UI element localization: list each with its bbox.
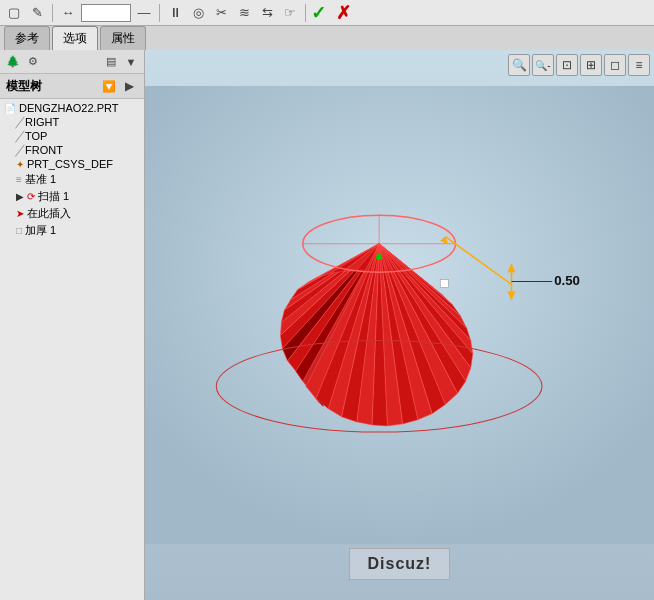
vp-zoom-out[interactable]: 🔍- [532,54,554,76]
icon-wavy[interactable]: ≋ [234,3,254,23]
icon-scissors[interactable]: ✂ [211,3,231,23]
separator-3 [305,4,306,22]
tree-item-insert-here[interactable]: ➤ 在此插入 [12,205,144,222]
tab-options[interactable]: 选项 [52,26,98,50]
tree-item-label-datum: 基准 1 [25,172,56,187]
icon-pause[interactable]: ⏸ [165,3,185,23]
left-panel-toolbar: 🌲 ⚙ ▤ ▼ [0,50,144,74]
tree-icon-csys: ✦ [16,159,24,170]
icon-circle[interactable]: ◎ [188,3,208,23]
tree-item-label-right: RIGHT [25,116,59,128]
watermark: Discuz! [349,548,451,580]
panel-icon-expand[interactable]: ▤ [102,53,120,71]
vp-grid[interactable]: ⊞ [580,54,602,76]
tree-item-right[interactable]: ╱ RIGHT [12,115,144,129]
tree-item-label-front: FRONT [25,144,63,156]
tree-icon-right: ╱ [16,117,22,128]
model-tree-header: 模型树 🔽 ▶ [0,74,144,99]
cancel-button[interactable]: ✗ [336,2,351,24]
tree-icon-datum: ≡ [16,174,22,185]
vp-menu[interactable]: ≡ [628,54,650,76]
tab-reference[interactable]: 参考 [4,26,50,50]
tree-icon-thicken: □ [16,225,22,236]
tree-item-csys[interactable]: ✦ PRT_CSYS_DEF [12,157,144,171]
value-input[interactable]: 0.50 [81,4,131,22]
panel-icon-settings[interactable]: ⚙ [24,53,42,71]
tree-icon-arrow: ▶ [16,191,24,202]
vp-box[interactable]: ◻ [604,54,626,76]
tab-bar: 参考 选项 属性 [0,26,654,50]
panel-icon-tree[interactable]: 🌲 [4,53,22,71]
tree-header-icons: 🔽 ▶ [100,77,138,95]
svg-point-56 [376,254,382,260]
svg-text:0.50: 0.50 [554,273,580,288]
tree-item-root[interactable]: 📄 DENGZHAO22.PRT [0,101,144,115]
separator-1 [52,4,53,22]
tree-item-label: DENGZHAO22.PRT [19,102,118,114]
tree-icon-filter[interactable]: 🔽 [100,77,118,95]
icon-arrow[interactable]: ↔ [58,3,78,23]
tree-item-sweep[interactable]: ▶ ⟳ 扫描 1 [12,188,144,205]
tree-item-thicken[interactable]: □ 加厚 1 [12,222,144,239]
svg-rect-53 [440,279,448,287]
tree-item-front[interactable]: ╱ FRONT [12,143,144,157]
icon-edit[interactable]: ✎ [27,3,47,23]
tab-properties[interactable]: 属性 [100,26,146,50]
panel-icon-menu[interactable]: ▼ [122,53,140,71]
viewport-toolbar: 🔍 🔍- ⊡ ⊞ ◻ ≡ [508,54,650,76]
tree-icon-top: ╱ [16,131,22,142]
tree-icon-more[interactable]: ▶ [120,77,138,95]
tree-item-label-thicken: 加厚 1 [25,223,56,238]
vp-fit[interactable]: ⊡ [556,54,578,76]
tree-item-label-insert: 在此插入 [27,206,71,221]
tree-item-label-top: TOP [25,130,47,142]
tree-icon-front: ╱ [16,145,22,156]
top-toolbar: ▢ ✎ ↔ 0.50 — ⏸ ◎ ✂ ≋ ⇆ ☞ ✓ ✗ [0,0,654,26]
icon-arrows2[interactable]: ⇆ [257,3,277,23]
vp-zoom-in[interactable]: 🔍 [508,54,530,76]
viewport: 🔍 🔍- ⊡ ⊞ ◻ ≡ [145,50,654,600]
model-tree-title: 模型树 [6,78,42,95]
confirm-button[interactable]: ✓ [311,2,326,24]
tree-item-label-sweep: 扫描 1 [38,189,69,204]
icon-hand[interactable]: ☞ [280,3,300,23]
tree-item-datum[interactable]: ≡ 基准 1 [12,171,144,188]
main-area: 🌲 ⚙ ▤ ▼ 模型树 🔽 ▶ 📄 DENGZHAO22.PRT ╱ RIGHT [0,50,654,600]
icon-dash[interactable]: — [134,3,154,23]
tree-item-top[interactable]: ╱ TOP [12,129,144,143]
separator-2 [159,4,160,22]
tree-icon-sweep: ⟳ [27,191,35,202]
tree-item-label-csys: PRT_CSYS_DEF [27,158,113,170]
model-tree: 📄 DENGZHAO22.PRT ╱ RIGHT ╱ TOP ╱ FRONT ✦… [0,99,144,600]
model-svg: 0.50 [145,80,654,550]
tree-icon-insert: ➤ [16,208,24,219]
left-panel: 🌲 ⚙ ▤ ▼ 模型树 🔽 ▶ 📄 DENGZHAO22.PRT ╱ RIGHT [0,50,145,600]
icon-rect[interactable]: ▢ [4,3,24,23]
tree-icon-file: 📄 [4,103,16,114]
